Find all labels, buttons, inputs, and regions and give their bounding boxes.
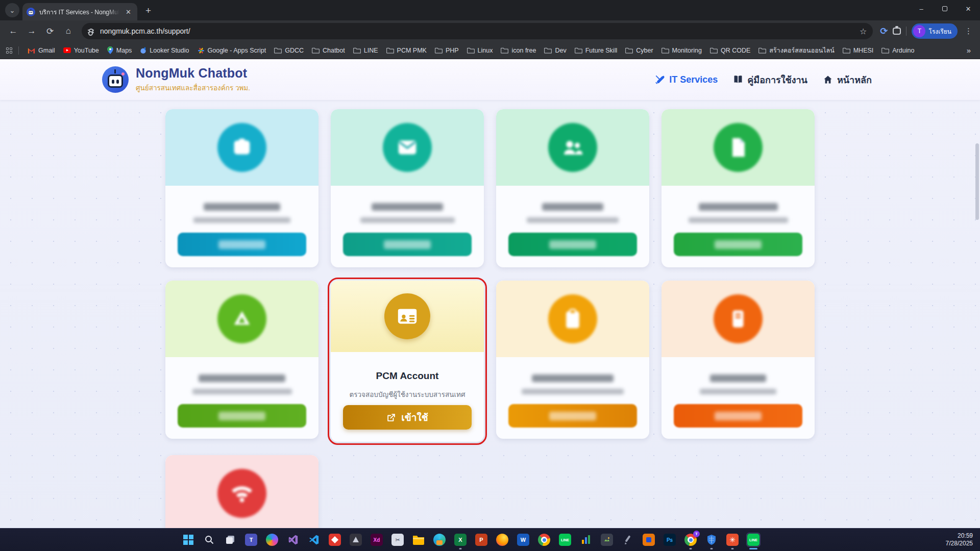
tab-list-chevron-icon[interactable]: ⌄ bbox=[5, 3, 19, 17]
site-brand[interactable]: NongMuk Chatbot ศูนย์สารสนเทศและสื่อสารอ… bbox=[102, 66, 250, 93]
taskbar-adobe-xd-icon[interactable]: Xd bbox=[370, 533, 384, 547]
taskbar-chrome-profile-icon[interactable]: T bbox=[683, 533, 698, 547]
sync-icon[interactable]: ⟳ bbox=[880, 26, 888, 37]
bookmark-item[interactable]: Arduino bbox=[878, 45, 918, 56]
window-minimize-button[interactable]: – bbox=[910, 0, 933, 17]
service-use-button[interactable] bbox=[508, 233, 637, 256]
bookmark-item[interactable]: Google - Apps Script bbox=[194, 45, 270, 56]
browser-menu-icon[interactable]: ⋮ bbox=[963, 27, 975, 36]
tab-close-icon[interactable]: ✕ bbox=[124, 7, 133, 17]
taskbar-word-icon[interactable]: W bbox=[516, 533, 530, 547]
robot-logo-icon bbox=[102, 66, 129, 93]
taskbar-copilot-icon[interactable] bbox=[265, 533, 279, 547]
bookmark-item[interactable]: Linux bbox=[463, 45, 497, 56]
bookmark-item[interactable]: สร้างคอร์สสอนออนไลน์ bbox=[755, 43, 838, 58]
bookmark-item[interactable]: Cyber bbox=[622, 45, 656, 56]
redacted-subtitle bbox=[700, 389, 776, 394]
taskbar-prism-app-icon[interactable] bbox=[349, 533, 363, 547]
taskbar-search-icon[interactable] bbox=[202, 533, 216, 547]
profile-avatar: T bbox=[913, 25, 925, 37]
bookmark-item[interactable]: icon free bbox=[497, 45, 540, 56]
window-maximize-button[interactable] bbox=[933, 0, 957, 17]
bookmark-item[interactable]: Chatbot bbox=[308, 45, 349, 56]
nav-item-it-services[interactable]: IT Services bbox=[655, 74, 718, 85]
browser-tab[interactable]: บริการ IT Services - NongMuk C ✕ bbox=[22, 3, 137, 20]
taskbar-chrome-icon[interactable] bbox=[537, 533, 551, 547]
taskbar-vscode-icon[interactable] bbox=[307, 533, 321, 547]
taskbar-shield-icon[interactable] bbox=[704, 533, 719, 547]
back-button[interactable]: ← bbox=[5, 23, 21, 39]
card-banner bbox=[496, 109, 649, 186]
bookmark-item[interactable]: Dev bbox=[541, 45, 570, 56]
taskbar-red-diamond-app-icon[interactable] bbox=[328, 533, 342, 547]
service-use-button[interactable] bbox=[508, 404, 637, 428]
bookmark-item[interactable]: YouTube bbox=[60, 45, 103, 56]
service-card-service-3[interactable] bbox=[496, 109, 649, 267]
nav-item-manual[interactable]: คู่มือการใช้งาน bbox=[733, 72, 807, 87]
service-use-button[interactable] bbox=[674, 233, 802, 256]
bookmark-item[interactable]: PCM PMK bbox=[383, 45, 430, 56]
taskbar-line-active-icon[interactable]: LINE bbox=[746, 533, 761, 547]
taskbar-powerpoint-icon[interactable]: P bbox=[474, 533, 488, 547]
card-subtitle: ตรวจสอบบัญชีผู้ใช้งานระบบสารสนเทศ bbox=[350, 389, 465, 400]
taskbar-work-browser-icon[interactable] bbox=[432, 533, 447, 547]
service-card-service-7[interactable] bbox=[496, 281, 649, 439]
taskbar-excel-icon[interactable]: X bbox=[453, 533, 468, 547]
home-button[interactable]: ⌂ bbox=[60, 23, 77, 39]
bookmark-item[interactable]: Gmail bbox=[24, 45, 59, 56]
bookmark-item[interactable]: GDCC bbox=[271, 45, 307, 56]
service-card-service-5[interactable] bbox=[165, 281, 318, 439]
taskbar-visual-studio-icon[interactable] bbox=[286, 533, 300, 547]
service-use-button[interactable] bbox=[343, 233, 472, 256]
address-bar[interactable]: nongmuk.pcm.ac.th/support/ ☆ bbox=[82, 23, 873, 39]
bookmark-star-icon[interactable]: ☆ bbox=[860, 27, 867, 36]
bookmark-item[interactable]: LINE bbox=[350, 45, 382, 56]
taskbar-media-app-icon[interactable] bbox=[600, 533, 614, 547]
service-use-button[interactable] bbox=[178, 404, 306, 428]
bookmark-item[interactable]: Monitoring bbox=[658, 45, 705, 56]
mail-icon bbox=[383, 123, 432, 172]
pcm-use-button[interactable]: เข้าใช้ bbox=[343, 405, 472, 430]
service-use-button[interactable] bbox=[674, 404, 802, 428]
extension-icon[interactable] bbox=[893, 28, 901, 35]
taskbar-line-icon[interactable]: LINE bbox=[558, 533, 572, 547]
service-card-service-8[interactable] bbox=[662, 281, 815, 439]
taskbar-dev-tool-icon[interactable] bbox=[642, 533, 656, 547]
service-card-service-2[interactable] bbox=[331, 109, 484, 267]
taskbar-photoshop-icon[interactable]: Ps bbox=[663, 533, 677, 547]
bookmark-item[interactable]: PHP bbox=[431, 45, 462, 56]
forward-button[interactable]: → bbox=[23, 23, 40, 39]
taskbar-file-explorer-icon[interactable] bbox=[411, 533, 426, 547]
service-card-service-1[interactable] bbox=[165, 109, 318, 267]
service-use-button[interactable] bbox=[178, 233, 306, 256]
bookmark-item[interactable]: QR CODE bbox=[706, 45, 754, 56]
page-scrollbar[interactable] bbox=[975, 143, 979, 220]
reload-button[interactable]: ⟳ bbox=[42, 23, 58, 39]
taskbar-firefox-icon[interactable] bbox=[495, 533, 509, 547]
bookmark-item[interactable]: MHESI bbox=[839, 45, 877, 56]
taskbar-snipping-tool-icon[interactable]: ✂ bbox=[390, 533, 405, 547]
bookmark-item[interactable]: Future Skill bbox=[571, 45, 621, 56]
taskbar-task-view-icon[interactable] bbox=[223, 533, 237, 547]
taskbar-stylus-icon[interactable] bbox=[621, 533, 635, 547]
service-card-service-9[interactable] bbox=[165, 455, 318, 528]
bookmarks-overflow-icon[interactable]: » bbox=[964, 46, 974, 55]
service-card-pcm-account[interactable]: PCM Account ตรวจสอบบัญชีผู้ใช้งานระบบสาร… bbox=[331, 281, 484, 442]
site-settings-icon[interactable] bbox=[88, 30, 94, 33]
taskbar-clock[interactable]: 20:59 7/28/2025 bbox=[946, 529, 973, 551]
profile-chip[interactable]: T โรงเรียน bbox=[912, 23, 958, 39]
service-card-service-4[interactable] bbox=[662, 109, 815, 267]
apps-grid-icon[interactable] bbox=[6, 47, 12, 54]
bookmark-item[interactable]: Maps bbox=[104, 44, 136, 56]
taskbar-analytics-icon[interactable] bbox=[579, 533, 593, 547]
taskbar-starburst-app-icon[interactable]: ✳ bbox=[725, 533, 740, 547]
drive-icon bbox=[217, 294, 266, 343]
bookmark-label: QR CODE bbox=[721, 47, 750, 54]
taskbar-teams-icon[interactable]: T bbox=[244, 533, 258, 547]
bookmark-item[interactable]: Looker Studio bbox=[136, 45, 192, 56]
url-text[interactable]: nongmuk.pcm.ac.th/support/ bbox=[100, 27, 860, 35]
window-close-button[interactable]: ✕ bbox=[957, 0, 980, 17]
nav-item-home[interactable]: หน้าหลัก bbox=[823, 72, 872, 87]
new-tab-button[interactable]: + bbox=[142, 5, 154, 16]
taskbar-start-icon[interactable] bbox=[181, 533, 195, 547]
